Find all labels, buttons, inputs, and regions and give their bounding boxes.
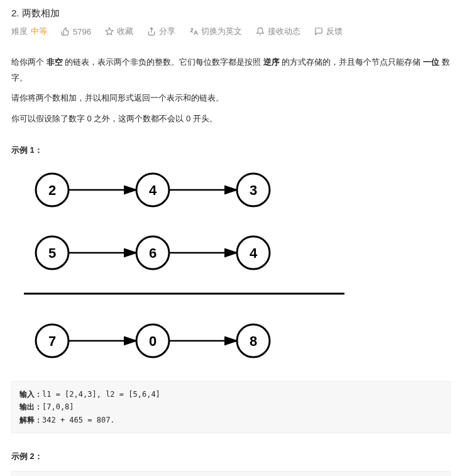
example2-heading: 示例 2： [11, 451, 451, 462]
subscribe-button[interactable]: 接收动态 [256, 26, 300, 37]
subscribe-label: 接收动态 [268, 26, 300, 37]
desc-p3: 你可以假设除了数字 0 之外，这两个数都不会以 0 开头。 [11, 111, 451, 127]
feedback-button[interactable]: 反馈 [314, 26, 343, 37]
likes-count: 5796 [73, 27, 91, 36]
node-r3-1: 7 [48, 333, 56, 349]
example1-diagram: 2 4 3 5 6 4 7 0 [18, 165, 451, 375]
favorite-label: 收藏 [117, 26, 133, 37]
share-label: 分享 [159, 26, 175, 37]
translate-icon [189, 27, 198, 36]
node-r1-3: 3 [250, 182, 257, 198]
switch-language-label: 切换为英文 [201, 26, 242, 37]
share-button[interactable]: 分享 [147, 26, 175, 37]
node-r2-1: 5 [48, 245, 56, 261]
desc-p2: 请你将两个数相加，并以相同形式返回一个表示和的链表。 [11, 91, 451, 106]
difficulty: 难度 中等 [11, 26, 47, 37]
likes-button[interactable]: 5796 [61, 27, 91, 36]
problem-title: 2. 两数相加 [11, 8, 451, 19]
example1-heading: 示例 1： [11, 145, 451, 156]
difficulty-label: 难度 [11, 26, 28, 37]
switch-language-button[interactable]: 切换为英文 [189, 26, 242, 37]
bell-icon [256, 27, 265, 36]
meta-row: 难度 中等 5796 收藏 分享 切换为英文 接收动态 反馈 [11, 26, 451, 37]
node-r1-1: 2 [48, 182, 56, 198]
node-r3-3: 8 [250, 333, 257, 349]
node-r2-2: 6 [149, 245, 157, 261]
feedback-label: 反馈 [326, 26, 343, 37]
message-icon [314, 27, 323, 36]
thumbs-up-icon [61, 27, 70, 36]
node-r2-3: 4 [250, 245, 258, 261]
star-icon [105, 27, 114, 36]
example1-code: 输入：l1 = [2,4,3], l2 = [5,6,4] 输出：[7,0,8]… [11, 381, 451, 433]
desc-p1: 给你两个 非空 的链表，表示两个非负的整数。它们每位数字都是按照 逆序 的方式存… [11, 55, 451, 86]
favorite-button[interactable]: 收藏 [105, 26, 133, 37]
node-r1-2: 4 [149, 182, 157, 198]
problem-description: 给你两个 非空 的链表，表示两个非负的整数。它们每位数字都是按照 逆序 的方式存… [11, 55, 451, 127]
svg-marker-0 [106, 28, 113, 35]
example2-code: 输入：l1 = [0], l2 = [0] 输出：[0] [11, 471, 451, 476]
difficulty-value: 中等 [31, 26, 47, 37]
node-r3-2: 0 [149, 333, 157, 349]
share-icon [147, 27, 156, 36]
